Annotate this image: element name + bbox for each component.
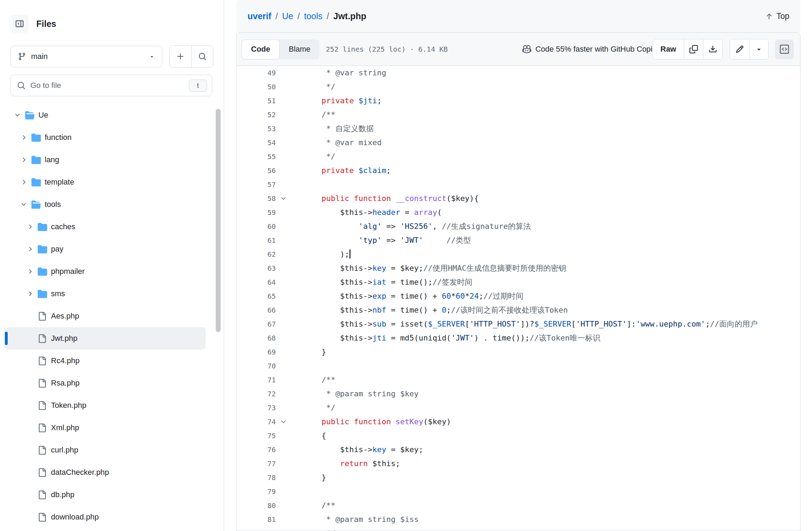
breadcrumb-segment-link[interactable]: Ue bbox=[282, 11, 293, 21]
search-tree-button[interactable] bbox=[191, 46, 213, 67]
breadcrumb-segment-link[interactable]: tools bbox=[304, 11, 323, 21]
go-to-file-input[interactable]: Go to file t bbox=[10, 75, 212, 96]
copy-raw-button[interactable] bbox=[684, 39, 703, 59]
tree-item-caches[interactable]: caches bbox=[4, 216, 206, 238]
line-number[interactable]: 50 bbox=[237, 80, 276, 94]
tree-item-label: template bbox=[45, 178, 74, 187]
line-number[interactable]: 81 bbox=[237, 513, 276, 526]
breadcrumb-repo-link[interactable]: uverif bbox=[248, 11, 271, 21]
branch-selector[interactable]: main bbox=[10, 46, 162, 67]
line-number[interactable]: 72 bbox=[237, 387, 276, 401]
tree-item-datachecker-php[interactable]: dataChecker.php bbox=[4, 461, 206, 484]
tree-item-xml-php[interactable]: Xml.php bbox=[4, 417, 206, 439]
chevron-right-icon[interactable] bbox=[27, 268, 38, 275]
line-number[interactable]: 61 bbox=[237, 233, 276, 247]
code-line: 56 private $claim; bbox=[237, 164, 800, 178]
line-number[interactable]: 82 bbox=[237, 526, 276, 531]
tree-item-label: Ue bbox=[38, 111, 48, 120]
code-line: 58 public function __construct($key){ bbox=[237, 192, 800, 205]
fold-chevron-icon[interactable] bbox=[280, 418, 287, 425]
tree-item-aes-php[interactable]: Aes.php bbox=[4, 305, 206, 327]
line-number[interactable]: 65 bbox=[237, 289, 276, 303]
tree-item-ue[interactable]: Ue bbox=[4, 104, 206, 126]
fold-gutter bbox=[276, 526, 291, 531]
line-number[interactable]: 53 bbox=[237, 122, 276, 136]
line-number[interactable]: 71 bbox=[237, 373, 276, 387]
code-line-text: */ bbox=[291, 526, 335, 531]
download-button[interactable] bbox=[703, 39, 722, 59]
file-icon bbox=[38, 446, 51, 455]
line-number[interactable]: 57 bbox=[237, 178, 276, 192]
line-number[interactable]: 78 bbox=[237, 471, 276, 485]
tree-actions-group bbox=[169, 45, 213, 68]
line-number[interactable]: 54 bbox=[237, 136, 276, 150]
chevron-down-icon[interactable] bbox=[20, 201, 31, 208]
tab-code[interactable]: Code bbox=[242, 39, 280, 59]
code-line-text: 'alg' => 'HS256', //生成signature的算法 bbox=[291, 219, 531, 233]
sidebar-scrollbar-thumb[interactable] bbox=[216, 109, 221, 332]
line-number[interactable]: 74 bbox=[237, 415, 276, 429]
code-line-text: * 自定义数据 bbox=[291, 122, 374, 136]
tree-item-function[interactable]: function bbox=[4, 126, 206, 149]
tree-item-token-php[interactable]: Token.php bbox=[4, 394, 206, 417]
text-cursor bbox=[349, 249, 350, 259]
line-number[interactable]: 62 bbox=[237, 247, 276, 261]
tree-item-jwt-php[interactable]: Jwt.php bbox=[4, 327, 206, 350]
line-number[interactable]: 52 bbox=[237, 108, 276, 122]
line-number[interactable]: 59 bbox=[237, 205, 276, 219]
fold-chevron-icon[interactable] bbox=[280, 195, 287, 202]
chevron-right-icon[interactable] bbox=[20, 156, 31, 163]
chevron-right-icon[interactable] bbox=[27, 223, 38, 230]
edit-file-button[interactable] bbox=[730, 39, 749, 59]
chevron-right-icon[interactable] bbox=[20, 179, 31, 186]
code-line-text: public function __construct($key){ bbox=[291, 192, 479, 205]
collapse-sidebar-button[interactable] bbox=[10, 15, 29, 33]
chevron-down-icon[interactable] bbox=[14, 112, 25, 119]
symbols-panel-button[interactable] bbox=[775, 39, 794, 59]
tree-item-db-php[interactable]: db.php bbox=[4, 484, 206, 506]
tree-item-phpmailer[interactable]: phpmailer bbox=[4, 260, 206, 283]
line-number[interactable]: 63 bbox=[237, 261, 276, 275]
tab-blame[interactable]: Blame bbox=[280, 39, 319, 59]
chevron-right-icon[interactable] bbox=[20, 134, 31, 141]
line-number[interactable]: 66 bbox=[237, 303, 276, 317]
tree-item-lang[interactable]: lang bbox=[4, 149, 206, 171]
line-number[interactable]: 80 bbox=[237, 499, 276, 513]
line-number[interactable]: 67 bbox=[237, 317, 276, 331]
code-line: 60 'alg' => 'HS256', //生成signature的算法 bbox=[237, 219, 800, 233]
line-number[interactable]: 64 bbox=[237, 275, 276, 289]
line-number[interactable]: 68 bbox=[237, 331, 276, 345]
line-number[interactable]: 69 bbox=[237, 345, 276, 359]
line-number[interactable]: 60 bbox=[237, 219, 276, 233]
code-blame-tabs: CodeBlame bbox=[242, 39, 319, 59]
line-number[interactable]: 55 bbox=[237, 150, 276, 164]
edit-dropdown-button[interactable] bbox=[749, 39, 768, 59]
line-number[interactable]: 56 bbox=[237, 164, 276, 178]
line-number[interactable]: 51 bbox=[237, 94, 276, 108]
line-number[interactable]: 73 bbox=[237, 401, 276, 415]
line-number[interactable]: 58 bbox=[237, 192, 276, 205]
back-to-top-button[interactable]: Top bbox=[763, 11, 791, 21]
tree-item-rsa-php[interactable]: Rsa.php bbox=[4, 372, 206, 394]
code-line-text: /** bbox=[291, 499, 335, 513]
tree-item-download-php[interactable]: download.php bbox=[4, 506, 206, 528]
chevron-right-icon[interactable] bbox=[27, 290, 38, 297]
raw-button[interactable]: Raw bbox=[653, 39, 684, 59]
chevron-right-icon[interactable] bbox=[27, 246, 38, 253]
file-tree-sidebar: Files main Go to file t Ue function lang bbox=[0, 0, 224, 531]
line-number[interactable]: 75 bbox=[237, 429, 276, 443]
line-number[interactable]: 76 bbox=[237, 443, 276, 457]
line-number[interactable]: 77 bbox=[237, 457, 276, 471]
tree-item-pay[interactable]: pay bbox=[4, 238, 206, 260]
tree-item-rc4-php[interactable]: Rc4.php bbox=[4, 350, 206, 372]
fold-gutter bbox=[276, 471, 291, 485]
line-number[interactable]: 70 bbox=[237, 359, 276, 373]
tree-item-sms[interactable]: sms bbox=[4, 283, 206, 305]
line-number[interactable]: 79 bbox=[237, 485, 276, 499]
copilot-banner[interactable]: Code 55% faster with GitHub Copi bbox=[522, 45, 652, 54]
line-number[interactable]: 49 bbox=[237, 66, 276, 80]
tree-item-tools[interactable]: tools bbox=[4, 193, 206, 216]
tree-item-curl-php[interactable]: curl.php bbox=[4, 439, 206, 461]
tree-item-template[interactable]: template bbox=[4, 171, 206, 193]
add-file-button[interactable] bbox=[170, 46, 191, 67]
